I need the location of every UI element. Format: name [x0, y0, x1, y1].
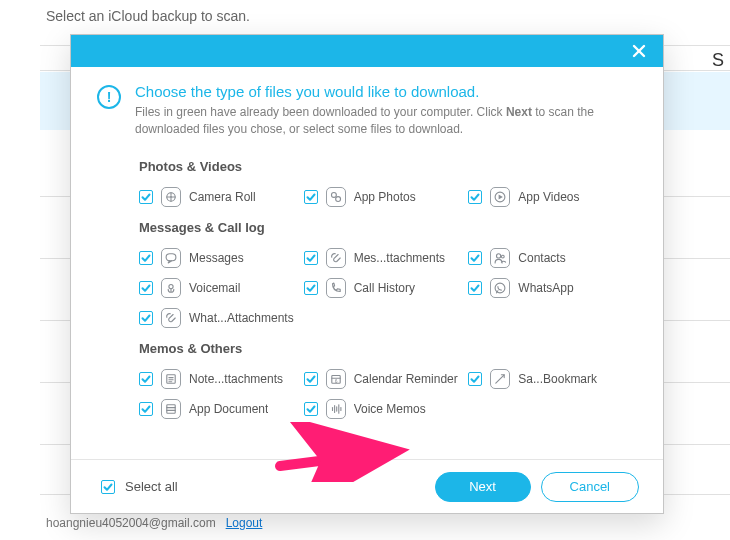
- check-icon: [306, 283, 316, 293]
- select-all-label: Select all: [125, 479, 178, 494]
- item-safari-bookmark-checkbox[interactable]: [468, 372, 482, 386]
- item-message-attachments-checkbox[interactable]: [304, 251, 318, 265]
- check-icon: [141, 283, 151, 293]
- group: Photos & VideosCamera RollApp PhotosApp …: [139, 159, 633, 212]
- item-app-videos-checkbox[interactable]: [468, 190, 482, 204]
- item-note-attachments-checkbox[interactable]: [139, 372, 153, 386]
- calendar-icon: 6: [326, 369, 346, 389]
- item-call-history-checkbox[interactable]: [304, 281, 318, 295]
- item-whatsapp-checkbox[interactable]: [468, 281, 482, 295]
- voicemail-icon: [161, 278, 181, 298]
- attachments-icon: [326, 248, 346, 268]
- check-icon: [141, 374, 151, 384]
- item-note-attachments[interactable]: Note...ttachments: [139, 364, 304, 394]
- item-calendar-reminder-checkbox[interactable]: [304, 372, 318, 386]
- item-whatsapp-label: WhatsApp: [518, 281, 573, 295]
- select-all-checkbox[interactable]: [101, 480, 115, 494]
- item-contacts-checkbox[interactable]: [468, 251, 482, 265]
- item-whatsapp[interactable]: WhatsApp: [468, 273, 633, 303]
- item-whatsapp-attachments-checkbox[interactable]: [139, 311, 153, 325]
- dialog-titlebar: [71, 35, 663, 67]
- item-messages[interactable]: Messages: [139, 243, 304, 273]
- item-message-attachments[interactable]: Mes...ttachments: [304, 243, 469, 273]
- item-calendar-reminder[interactable]: 6Calendar Reminder: [304, 364, 469, 394]
- group-title: Memos & Others: [139, 341, 633, 356]
- check-icon: [306, 404, 316, 414]
- item-app-videos[interactable]: App Videos: [468, 182, 633, 212]
- whatsapp-icon: [490, 278, 510, 298]
- item-safari-bookmark[interactable]: Sa...Bookmark: [468, 364, 633, 394]
- group: Messages & Call logMessagesMes...ttachme…: [139, 220, 633, 333]
- item-voice-memos-checkbox[interactable]: [304, 402, 318, 416]
- account-footer: hoangnieu4052004@gmail.com Logout: [46, 516, 262, 530]
- messages-icon: [161, 248, 181, 268]
- check-icon: [141, 313, 151, 323]
- item-app-photos[interactable]: App Photos: [304, 182, 469, 212]
- item-row: Camera RollApp PhotosApp Videos: [139, 182, 633, 212]
- check-icon: [470, 253, 480, 263]
- item-camera-roll-label: Camera Roll: [189, 190, 256, 204]
- check-icon: [306, 192, 316, 202]
- item-row: VoicemailCall HistoryWhatsApp: [139, 273, 633, 303]
- item-whatsapp-attachments[interactable]: What...Attachments: [139, 303, 304, 333]
- intro-subtitle: Files in green have already been downloa…: [135, 104, 633, 139]
- item-app-photos-label: App Photos: [354, 190, 416, 204]
- item-message-attachments-label: Mes...ttachments: [354, 251, 445, 265]
- group: Memos & OthersNote...ttachments6Calendar…: [139, 341, 633, 424]
- check-icon: [103, 482, 113, 492]
- item-voicemail-checkbox[interactable]: [139, 281, 153, 295]
- check-icon: [306, 374, 316, 384]
- intro-title: Choose the type of files you would like …: [135, 83, 633, 100]
- svg-point-14: [502, 255, 505, 258]
- item-contacts[interactable]: Contacts: [468, 243, 633, 273]
- close-icon: [632, 44, 646, 58]
- svg-rect-12: [166, 254, 176, 261]
- account-email: hoangnieu4052004@gmail.com: [46, 516, 216, 530]
- item-row: Note...ttachments6Calendar ReminderSa...…: [139, 364, 633, 394]
- cancel-button[interactable]: Cancel: [541, 472, 639, 502]
- svg-rect-25: [167, 405, 175, 413]
- notes-icon: [161, 369, 181, 389]
- item-messages-checkbox[interactable]: [139, 251, 153, 265]
- check-icon: [141, 253, 151, 263]
- item-call-history[interactable]: Call History: [304, 273, 469, 303]
- item-calendar-reminder-label: Calendar Reminder: [354, 372, 458, 386]
- item-messages-label: Messages: [189, 251, 244, 265]
- item-row: What...Attachments: [139, 303, 633, 333]
- item-camera-roll[interactable]: Camera Roll: [139, 182, 304, 212]
- item-app-document-checkbox[interactable]: [139, 402, 153, 416]
- item-camera-roll-checkbox[interactable]: [139, 190, 153, 204]
- logout-link[interactable]: Logout: [226, 516, 263, 530]
- call-history-icon: [326, 278, 346, 298]
- item-app-document-label: App Document: [189, 402, 268, 416]
- group-title: Messages & Call log: [139, 220, 633, 235]
- item-voice-memos[interactable]: Voice Memos: [304, 394, 469, 424]
- item-voicemail-label: Voicemail: [189, 281, 240, 295]
- voice-memos-icon: [326, 399, 346, 419]
- svg-point-8: [331, 192, 336, 197]
- bookmark-icon: [490, 369, 510, 389]
- select-all[interactable]: Select all: [101, 479, 178, 494]
- item-app-photos-checkbox[interactable]: [304, 190, 318, 204]
- svg-point-17: [495, 283, 505, 293]
- close-button[interactable]: [625, 37, 653, 65]
- truncated-column-header: S: [712, 50, 724, 71]
- check-icon: [141, 192, 151, 202]
- item-voicemail[interactable]: Voicemail: [139, 273, 304, 303]
- item-voice-memos-label: Voice Memos: [354, 402, 426, 416]
- document-icon: [161, 399, 181, 419]
- svg-text:6: 6: [334, 378, 337, 383]
- download-dialog: ! Choose the type of files you would lik…: [70, 34, 664, 514]
- item-row: MessagesMes...ttachmentsContacts: [139, 243, 633, 273]
- camera-roll-icon: [161, 187, 181, 207]
- svg-point-3: [170, 196, 172, 198]
- next-button[interactable]: Next: [435, 472, 531, 502]
- item-note-attachments-label: Note...ttachments: [189, 372, 283, 386]
- item-app-document[interactable]: App Document: [139, 394, 304, 424]
- dialog-body: Photos & VideosCamera RollApp PhotosApp …: [71, 147, 663, 459]
- svg-point-13: [497, 254, 501, 258]
- group-title: Photos & Videos: [139, 159, 633, 174]
- item-contacts-label: Contacts: [518, 251, 565, 265]
- info-icon: !: [97, 85, 121, 109]
- item-row: App DocumentVoice Memos: [139, 394, 633, 424]
